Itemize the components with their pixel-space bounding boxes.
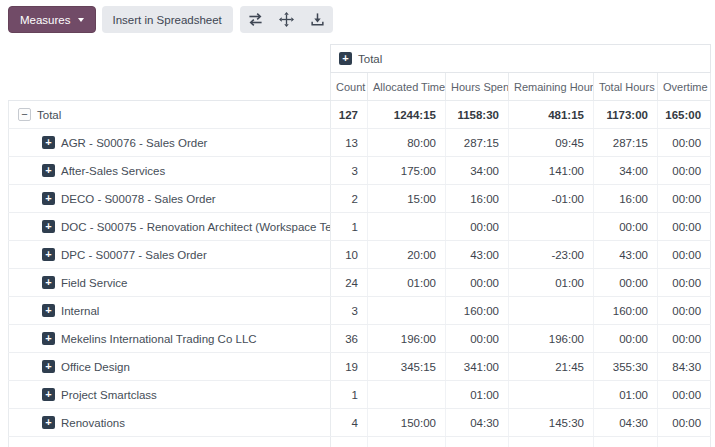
pivot-cell: 16:00 — [446, 185, 509, 213]
pivot-cell: 00:00 — [658, 297, 711, 325]
pivot-cell: 3 — [331, 297, 368, 325]
row-header[interactable]: +Field Service — [9, 269, 331, 297]
pivot-cell: 00:00 — [446, 269, 509, 297]
plus-square-icon: + — [42, 416, 55, 429]
row-header[interactable]: +DPC - S00077 - Sales Order — [9, 241, 331, 269]
pivot-cell: 19 — [331, 353, 368, 381]
pivot-cell: 21:45 — [509, 353, 594, 381]
pivot-cell — [368, 437, 446, 447]
pivot-cell — [509, 297, 594, 325]
pivot-cell: 175:00 — [368, 157, 446, 185]
pivot-cell: 20:00 — [368, 241, 446, 269]
pivot-cell: 36 — [331, 325, 368, 353]
pivot-cell: 2 — [331, 185, 368, 213]
row-label-text: Total — [37, 109, 61, 121]
expand-all-button[interactable] — [271, 6, 302, 33]
pivot-cell: 00:00 — [658, 185, 711, 213]
row-header[interactable]: +AGR - S00076 - Sales Order — [9, 129, 331, 157]
pivot-row: +AGR - S00076 - Sales Order1380:00287:15… — [9, 129, 711, 157]
pivot-cell: 00:00 — [658, 269, 711, 297]
pivot-cell: 00:00 — [594, 213, 658, 241]
pivot-table: + Total CountAllocated TimeHours SpentRe… — [8, 44, 711, 447]
column-group-header-total[interactable]: + Total — [331, 45, 711, 73]
pivot-cell: 341:00 — [446, 353, 509, 381]
pivot-cell — [368, 213, 446, 241]
row-header[interactable]: +Office Design — [9, 353, 331, 381]
pivot-cell: 00:00 — [594, 269, 658, 297]
pivot-cell — [509, 213, 594, 241]
row-header[interactable]: +DOC - S00075 - Renovation Architect (Wo… — [9, 213, 331, 241]
pivot-cell — [594, 437, 658, 447]
pivot-cell: 165:00 — [658, 101, 711, 129]
pivot-cell: 00:00 — [658, 241, 711, 269]
pivot-cell — [509, 437, 594, 447]
pivot-cell: 04:30 — [594, 409, 658, 437]
pivot-cell: 481:15 — [509, 101, 594, 129]
measure-header-remaining-hours[interactable]: Remaining Hours — [509, 73, 594, 101]
plus-square-icon: + — [42, 248, 55, 261]
pivot-cell: 01:00 — [446, 381, 509, 409]
pivot-row: +Office Design19345:15341:0021:45355:308… — [9, 353, 711, 381]
expand-all-icon — [279, 12, 294, 27]
pivot-cell: 3 — [331, 157, 368, 185]
pivot-cell: 09:45 — [509, 129, 594, 157]
pivot-cell: 1 — [331, 381, 368, 409]
download-button[interactable] — [302, 6, 333, 33]
row-header[interactable]: +Internal — [9, 297, 331, 325]
measure-header-hours-spent[interactable]: Hours Spent — [446, 73, 509, 101]
pivot-row: −Total1271244:151158:30481:151173:00165:… — [9, 101, 711, 129]
plus-square-icon: + — [42, 388, 55, 401]
row-label-text: Project Smartclass — [61, 389, 157, 401]
pivot-cell: 145:30 — [509, 409, 594, 437]
pivot-cell: 150:00 — [368, 409, 446, 437]
pivot-cell: 4 — [331, 409, 368, 437]
flip-axis-button[interactable] — [240, 6, 271, 33]
row-label-text: DPC - S00077 - Sales Order — [61, 249, 207, 261]
pivot-cell: 00:00 — [594, 325, 658, 353]
row-header[interactable]: −Total — [9, 101, 331, 129]
pivot-cell: 01:00 — [368, 269, 446, 297]
measure-header-total-hours[interactable]: Total Hours — [594, 73, 658, 101]
plus-square-icon: + — [339, 52, 352, 65]
row-label-text: Office Design — [61, 361, 130, 373]
measures-button[interactable]: Measures — [8, 6, 96, 33]
pivot-cell: 34:00 — [594, 157, 658, 185]
pivot-cell: 00:00 — [658, 157, 711, 185]
plus-square-icon: + — [42, 136, 55, 149]
pivot-cell — [446, 437, 509, 447]
pivot-cell: -01:00 — [509, 185, 594, 213]
pivot-cell: 00:00 — [658, 129, 711, 157]
pivot-cell: 160:00 — [446, 297, 509, 325]
measure-header-count[interactable]: Count — [331, 73, 368, 101]
row-header[interactable]: +Mekelins International Trading Co LLC — [9, 325, 331, 353]
row-label-text: DOC - S00075 - Renovation Architect (Wor… — [61, 221, 330, 233]
pivot-cell — [331, 437, 368, 447]
row-header[interactable]: +Renovations — [9, 409, 331, 437]
row-header[interactable]: +DECO - S00078 - Sales Order — [9, 185, 331, 213]
column-group-label: Total — [358, 53, 382, 65]
pivot-row-partial — [9, 437, 711, 447]
measure-header-row: CountAllocated TimeHours SpentRemaining … — [9, 73, 711, 101]
row-header[interactable]: +Project Smartclass — [9, 381, 331, 409]
measure-header-allocated-time[interactable]: Allocated Time — [368, 73, 446, 101]
row-header[interactable]: +After-Sales Services — [9, 157, 331, 185]
pivot-cell — [368, 297, 446, 325]
pivot-row: +After-Sales Services3175:0034:00141:003… — [9, 157, 711, 185]
row-label-text: Renovations — [61, 417, 125, 429]
pivot-cell: 160:00 — [594, 297, 658, 325]
pivot-cell: 196:00 — [509, 325, 594, 353]
plus-square-icon: + — [42, 360, 55, 373]
plus-square-icon: + — [42, 276, 55, 289]
insert-in-spreadsheet-button[interactable]: Insert in Spreadsheet — [102, 6, 233, 33]
flip-axis-icon — [248, 12, 263, 27]
caret-down-icon — [78, 18, 84, 22]
minus-square-icon: − — [18, 108, 31, 121]
row-label-text: DECO - S00078 - Sales Order — [61, 193, 216, 205]
pivot-row: +Internal3160:00160:0000:00 — [9, 297, 711, 325]
pivot-cell: 287:15 — [446, 129, 509, 157]
pivot-row: +DPC - S00077 - Sales Order1020:0043:00-… — [9, 241, 711, 269]
pivot-cell: 1173:00 — [594, 101, 658, 129]
pivot-row: +Renovations4150:0004:30145:3004:3000:00 — [9, 409, 711, 437]
measure-header-overtime[interactable]: Overtime — [658, 73, 711, 101]
pivot-cell: 345:15 — [368, 353, 446, 381]
